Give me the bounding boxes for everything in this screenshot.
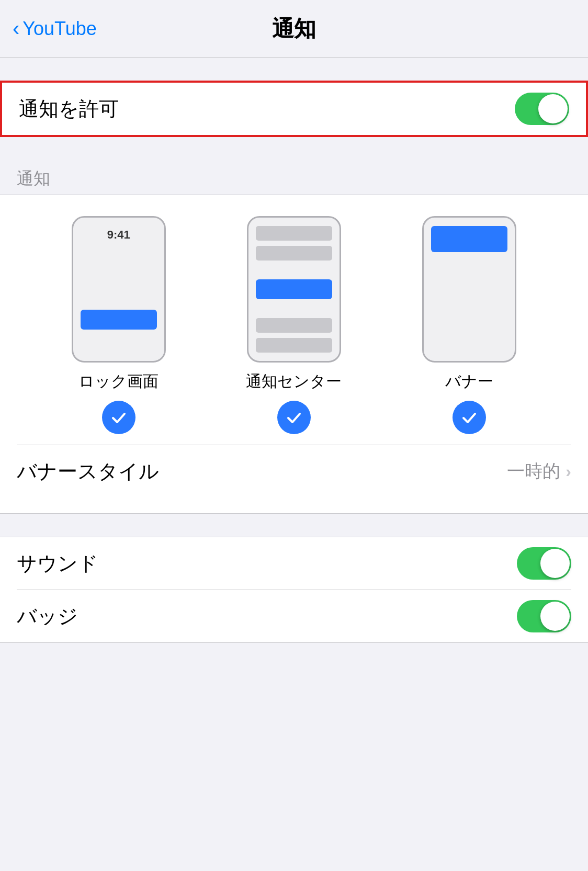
back-chevron-icon: ‹: [13, 18, 19, 39]
banner-label: バナー: [445, 371, 493, 392]
notif-center-bars-top: [256, 226, 332, 261]
sound-section: サウンド バッジ: [0, 537, 588, 643]
sound-toggle-knob: [540, 549, 570, 578]
phones-row: 9:41 ロック画面: [0, 216, 588, 434]
sound-toggle[interactable]: [517, 547, 571, 580]
banner-style-row[interactable]: バナースタイル 一時的 ›: [0, 445, 588, 497]
toggle-knob: [538, 94, 568, 123]
notification-center-label: 通知センター: [246, 371, 342, 392]
banner-check[interactable]: [453, 401, 486, 434]
gray-bar-4: [256, 338, 332, 353]
badge-toggle[interactable]: [517, 600, 571, 632]
top-gap: [0, 58, 588, 81]
notification-center-check[interactable]: [277, 401, 311, 434]
check-icon: [460, 409, 478, 426]
banner-style-value-area: 一時的 ›: [507, 459, 571, 483]
allow-notifications-toggle[interactable]: [515, 93, 569, 125]
banner-item[interactable]: バナー: [422, 216, 516, 434]
banner-style-label: バナースタイル: [17, 458, 159, 485]
badge-toggle-knob: [540, 602, 570, 631]
notification-center-illustration: [247, 216, 341, 363]
bottom-gap: [0, 643, 588, 674]
allow-notifications-row: 通知を許可: [0, 81, 588, 137]
page-title: 通知: [272, 14, 316, 43]
back-label: YouTube: [22, 18, 96, 40]
check-icon: [110, 409, 128, 426]
badge-row: バッジ: [0, 590, 588, 642]
lock-screen-item[interactable]: 9:41 ロック画面: [72, 216, 166, 434]
notification-type-selector: 9:41 ロック画面: [0, 195, 588, 514]
lock-screen-notif-bar: [81, 310, 157, 330]
gray-bar-2: [256, 246, 332, 261]
gray-bar-3: [256, 318, 332, 333]
notification-section-header: 通知: [0, 160, 588, 195]
lock-screen-check[interactable]: [102, 401, 135, 434]
banner-style-value: 一時的: [507, 459, 560, 483]
gap-2: [0, 514, 588, 537]
navigation-bar: ‹ YouTube 通知: [0, 0, 588, 58]
lock-screen-label: ロック画面: [78, 371, 159, 392]
sound-label: サウンド: [17, 550, 98, 577]
section-label-text: 通知: [17, 169, 50, 188]
allow-notifications-label: 通知を許可: [19, 96, 119, 122]
badge-label: バッジ: [17, 603, 78, 630]
check-icon: [285, 409, 303, 426]
lock-screen-illustration: 9:41: [72, 216, 166, 363]
sound-row: サウンド: [0, 537, 588, 590]
gray-bar-1: [256, 226, 332, 241]
notif-center-bars-bottom: [256, 318, 332, 353]
banner-illustration: [422, 216, 516, 363]
middle-gap: [0, 137, 588, 160]
blue-bar-center: [256, 279, 332, 299]
notification-center-item[interactable]: 通知センター: [246, 216, 342, 434]
chevron-right-icon: ›: [566, 462, 571, 481]
banner-bar: [431, 226, 507, 252]
lock-screen-time: 9:41: [107, 228, 130, 242]
back-button[interactable]: ‹ YouTube: [13, 18, 97, 40]
